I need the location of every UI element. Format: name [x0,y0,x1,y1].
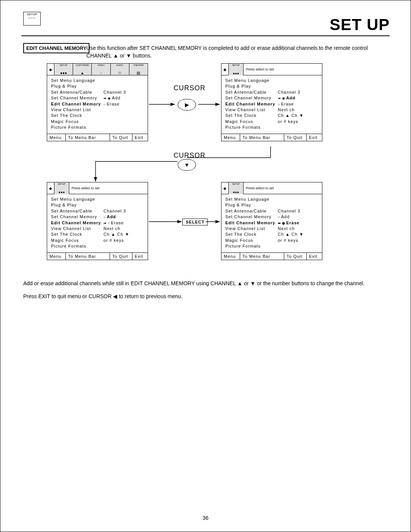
menu-item[interactable]: Set Antenna/Cable [51,89,104,95]
cursor-label-right: CURSOR [174,84,206,92]
menu-item-selected[interactable]: Edit Channel Memory [225,101,278,107]
menu-item-selected[interactable]: Edit Channel Memory [51,220,104,226]
menu-item[interactable]: Picture Formats [51,125,104,130]
value-add: Add [281,214,290,219]
menu-item-selected[interactable]: Edit Channel Memory [51,101,104,107]
menu-item[interactable]: Plug & Play [225,83,278,89]
value-erase: Erase [281,102,294,106]
menu-item[interactable]: Set The Clock [225,113,278,118]
menu-item[interactable]: Set Channel Memory [225,214,278,220]
section-description: Use this function after SET CHANNEL MEMO… [86,45,390,59]
tab-theater[interactable]: THEATER▤ [129,64,148,75]
instruction-para-2: Press EXIT to quit menu or CURSOR ◀ to r… [23,293,390,300]
tab-setup[interactable]: SETUP●●● [229,182,244,194]
menu-item[interactable]: Set Menu Language [225,78,278,83]
menu-item[interactable]: Set Antenna/Cable [225,89,278,95]
setup-icon: SETUP [23,12,41,26]
value-erase: Erase [111,220,124,225]
menu-header: ◆ SETUP●●● Press select to set [221,182,322,194]
title-rule [21,35,390,36]
value-erase: Erase [107,102,119,106]
menu-item[interactable]: Set Channel Memory [51,214,104,220]
menu-screen-1: ◆ SETUP●●● CUSTOMIZE▲ VIDEO▫ AUDIO☉ THEA… [47,63,148,141]
menu-item[interactable]: Picture Formats [51,243,104,249]
cursor-down-button[interactable] [178,159,196,171]
tab-audio[interactable]: AUDIO☉ [111,64,129,75]
footer-menu[interactable]: Menu [47,253,66,260]
menu-item[interactable]: Set Antenna/Cable [51,208,104,214]
footer-exit[interactable]: Exit [132,134,148,141]
menu-screen-4: ◆ SETUP●●● Press select to set Set Menu … [221,182,322,260]
menu-item[interactable]: Magic Focus [225,119,278,125]
footer-menu[interactable]: Menu [221,134,240,141]
menu-tab-bar: ◆ SETUP●●● CUSTOMIZE▲ VIDEO▫ AUDIO☉ THEA… [47,64,148,75]
hint: or # keys [278,119,318,125]
menu-screen-2: ◆ SETUP●●● Press select to set Set Menu … [221,63,322,141]
menu-item[interactable]: Set The Clock [51,113,104,118]
menu-item[interactable]: View Channel List [225,226,278,232]
tab-setup[interactable]: SETUP●●● [54,64,73,75]
value-erase: Erase [286,220,299,225]
value: Channel 3 [104,89,144,95]
arrow-down-icon [184,161,190,168]
menu-gear-icon: ◆ [221,182,229,194]
hint: or # keys [278,238,318,243]
menu-item[interactable]: Plug & Play [51,83,104,89]
value: Channel 3 [278,89,318,95]
press-select-hint: Press select to set [244,186,274,190]
menu-item[interactable]: Plug & Play [51,202,104,208]
menu-item[interactable]: Magic Focus [51,119,104,125]
menu-gear-icon: ◆ [47,182,54,194]
menu-item[interactable]: Set Menu Language [51,197,104,202]
menu-item[interactable]: Set Channel Memory [51,95,104,101]
page-number: 36 [0,515,411,521]
menu-item-selected[interactable]: Edit Channel Memory [225,220,278,226]
arrow-right-icon [185,101,189,108]
value: Channel 3 [278,208,318,214]
hint: Next ch [104,226,144,232]
hint: Next ch [278,107,318,113]
menu-item[interactable]: Magic Focus [225,238,278,243]
menu-item[interactable]: View Channel List [51,226,104,232]
menu-screen-3: ◆ SETUP●●● Press select to set Set Menu … [47,182,148,260]
select-button[interactable]: SELECT [182,219,208,225]
menu-header: ◆ SETUP●●● Press select to set [47,182,148,194]
menu-item[interactable]: Set Antenna/Cable [225,208,278,214]
footer-to-menu-bar: To Menu Bar [66,134,110,141]
menu-item[interactable]: Set Menu Language [225,197,278,202]
footer-exit[interactable]: Exit [132,253,148,260]
footer-to-quit: To Quit [284,253,307,260]
page-title: SET UP [330,16,390,34]
menu-header: ◆ SETUP●●● Press select to set [221,64,322,75]
manual-page: SETUP SET UP EDIT CHANNEL MEMORY Use thi… [0,0,411,532]
cursor-right-button[interactable] [178,99,196,110]
hint: Ch ▲ Ch ▼ [104,232,144,237]
hint: Next ch [278,226,318,232]
tab-setup[interactable]: SETUP●●● [54,182,69,194]
footer-menu[interactable]: Menu [47,134,66,141]
menu-item[interactable]: Magic Focus [51,238,104,243]
menu-item[interactable]: Set The Clock [51,232,104,237]
tab-video[interactable]: VIDEO▫ [92,64,110,75]
menu-item[interactable]: View Channel List [51,107,104,113]
menu-gear-icon: ◆ [47,64,54,75]
press-select-hint: Press select to set [69,186,100,190]
menu-item[interactable]: Set Channel Memory [225,95,278,101]
footer-to-quit: To Quit [110,134,132,141]
menu-item[interactable]: Picture Formats [225,125,278,130]
tab-setup[interactable]: SETUP●●● [229,64,244,75]
tab-customize[interactable]: CUSTOMIZE▲ [73,64,92,75]
footer-exit[interactable]: Exit [307,253,322,260]
menu-item[interactable]: Set Menu Language [51,78,104,83]
hint: or # keys [104,238,144,243]
footer-to-quit: To Quit [110,253,132,260]
menu-item[interactable]: View Channel List [225,107,278,113]
lower-instructions: Add or erase additional channels while s… [23,275,390,305]
menu-item[interactable]: Set The Clock [225,232,278,237]
footer-exit[interactable]: Exit [307,134,322,141]
press-select-hint: Press select to set [244,67,274,71]
menu-item[interactable]: Plug & Play [225,202,278,208]
footer-menu[interactable]: Menu [221,253,240,260]
section-label: EDIT CHANNEL MEMORY [23,43,89,53]
menu-item[interactable]: Picture Formats [225,243,278,249]
